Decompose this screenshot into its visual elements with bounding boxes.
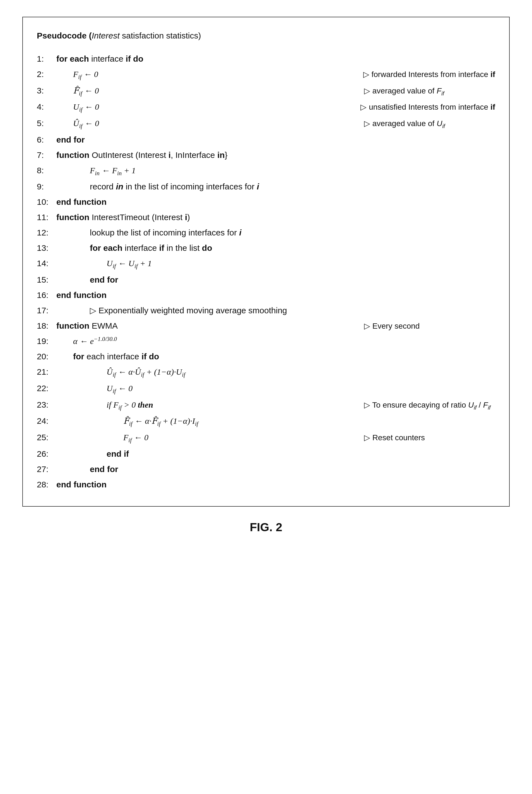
line-num-8: 8: [37, 163, 56, 177]
line-num-18: 18: [37, 319, 56, 333]
line-num-27: 27: [37, 462, 56, 476]
line-16: 16: end function [37, 287, 495, 303]
line-18: 18: function EWMA ▷ Every second [37, 318, 495, 334]
line-num-4: 4: [37, 100, 56, 114]
line-content-23: if Fif > 0 then ▷ To ensure decaying of … [56, 398, 495, 413]
comment-25: ▷ Reset counters [356, 431, 495, 445]
line-content-18: function EWMA ▷ Every second [56, 319, 495, 333]
line-23: 23: if Fif > 0 then ▷ To ensure decaying… [37, 397, 495, 414]
line-num-13: 13: [37, 241, 56, 255]
line-content-28: end function [56, 477, 495, 492]
line-num-25: 25: [37, 430, 56, 445]
line-2: 2: Fif ← 0 ▷ forwarded Interests from in… [37, 67, 495, 83]
line-26: 26: end if [37, 446, 495, 461]
line-content-10: end function [56, 195, 495, 209]
fig-caption: FIG. 2 [250, 521, 282, 534]
line-num-10: 10: [37, 195, 56, 209]
line-25: 25: Fif ← 0 ▷ Reset counters [37, 430, 495, 446]
line-num-1: 1: [37, 52, 56, 66]
line-21: 21: Ûif ← α·Ûif + (1−α)·Uif [37, 364, 495, 380]
line-11: 11: function InterestTimeout (Interest i… [37, 209, 495, 225]
line-num-26: 26: [37, 447, 56, 461]
title-suffix: satisfaction statistics) [120, 31, 201, 40]
line-6: 6: end for [37, 132, 495, 147]
line-13: 13: for each interface if in the list do [37, 240, 495, 256]
line-27: 27: end for [37, 461, 495, 477]
line-content-6: end for [56, 133, 495, 147]
line-num-17: 17: [37, 303, 56, 318]
line-num-24: 24: [37, 414, 56, 428]
pseudocode-title: Pseudocode (Interest satisfaction statis… [37, 29, 495, 43]
line-9: 9: record in in the list of incoming int… [37, 179, 495, 194]
line-content-19: α ← e−1.0/30.0 [56, 334, 495, 348]
line-12: 12: lookup the list of incoming interfac… [37, 225, 495, 240]
line-num-12: 12: [37, 225, 56, 240]
line-num-3: 3: [37, 83, 56, 98]
line-num-7: 7: [37, 148, 56, 162]
line-20: 20: for each interface if do [37, 349, 495, 364]
line-content-20: for each interface if do [56, 349, 495, 363]
line-content-13: for each interface if in the list do [56, 241, 495, 255]
line-content-25: Fif ← 0 ▷ Reset counters [56, 430, 495, 446]
line-num-19: 19: [37, 334, 56, 348]
line-content-22: Uif ← 0 [56, 381, 495, 396]
line-content-16: end function [56, 288, 495, 302]
comment-23: ▷ To ensure decaying of ratio Uif / Fif [356, 398, 495, 412]
line-7: 7: function OutInterest (Interest i, InI… [37, 147, 495, 163]
line-num-6: 6: [37, 133, 56, 147]
line-22: 22: Uif ← 0 [37, 380, 495, 397]
line-1: 1: for each interface if do [37, 51, 495, 67]
line-content-3: F̂if ← 0 ▷ averaged value of Fif [56, 83, 495, 99]
line-content-7: function OutInterest (Interest i, InInte… [56, 148, 495, 162]
line-content-14: Uif ← Uif + 1 [56, 256, 495, 271]
line-content-27: end for [56, 462, 495, 476]
line-15: 15: end for [37, 272, 495, 287]
line-content-21: Ûif ← α·Ûif + (1−α)·Uif [56, 365, 495, 380]
line-8: 8: Fin ← Fin + 1 [37, 163, 495, 179]
line-num-5: 5: [37, 116, 56, 130]
line-num-21: 21: [37, 365, 56, 379]
title-prefix: Pseudocode ( [37, 31, 92, 40]
code-block: 1: for each interface if do 2: Fif ← 0 ▷… [37, 51, 495, 492]
line-content-15: end for [56, 272, 495, 287]
line-content-2: Fif ← 0 ▷ forwarded Interests from inter… [56, 67, 495, 82]
line-num-14: 14: [37, 256, 56, 270]
line-num-11: 11: [37, 210, 56, 224]
line-3: 3: F̂if ← 0 ▷ averaged value of Fif [37, 83, 495, 99]
line-14: 14: Uif ← Uif + 1 [37, 256, 495, 272]
line-num-16: 16: [37, 288, 56, 302]
pseudocode-box: Pseudocode (Interest satisfaction statis… [22, 17, 510, 507]
line-content-4: Uif ← 0 ▷ unsatisfied Interests from int… [56, 100, 495, 115]
comment-4: ▷ unsatisfied Interests from interface i… [352, 100, 495, 114]
line-content-11: function InterestTimeout (Interest i) [56, 210, 495, 224]
line-num-20: 20: [37, 349, 56, 363]
title-italic: Interest [92, 31, 120, 40]
line-content-24: F̂if ← α·F̂if + (1−α)·Iif [56, 414, 495, 429]
line-17: 17: ▷ Exponentially weighted moving aver… [37, 303, 495, 318]
line-5: 5: Ûif ← 0 ▷ averaged value of Uif [37, 115, 495, 132]
line-num-28: 28: [37, 477, 56, 492]
comment-3: ▷ averaged value of Fif [356, 84, 495, 98]
comment-18: ▷ Every second [356, 319, 495, 333]
line-content-17: ▷ Exponentially weighted moving average … [56, 303, 495, 318]
comment-5: ▷ averaged value of Uif [356, 117, 495, 131]
comment-2: ▷ forwarded Interests from interface if [355, 68, 495, 81]
line-4: 4: Uif ← 0 ▷ unsatisfied Interests from … [37, 99, 495, 115]
line-num-22: 22: [37, 381, 56, 395]
line-content-12: lookup the list of incoming interfaces f… [56, 225, 495, 240]
line-content-26: end if [56, 447, 495, 461]
line-num-15: 15: [37, 272, 56, 287]
line-19: 19: α ← e−1.0/30.0 [37, 334, 495, 349]
line-num-2: 2: [37, 67, 56, 81]
line-content-8: Fin ← Fin + 1 [56, 163, 495, 178]
line-24: 24: F̂if ← α·F̂if + (1−α)·Iif [37, 413, 495, 430]
line-num-23: 23: [37, 398, 56, 412]
line-10: 10: end function [37, 194, 495, 209]
line-content-9: record in in the list of incoming interf… [56, 179, 495, 194]
line-content-5: Ûif ← 0 ▷ averaged value of Uif [56, 116, 495, 131]
line-content-1: for each interface if do [56, 52, 495, 66]
line-num-9: 9: [37, 179, 56, 194]
line-28: 28: end function [37, 477, 495, 492]
